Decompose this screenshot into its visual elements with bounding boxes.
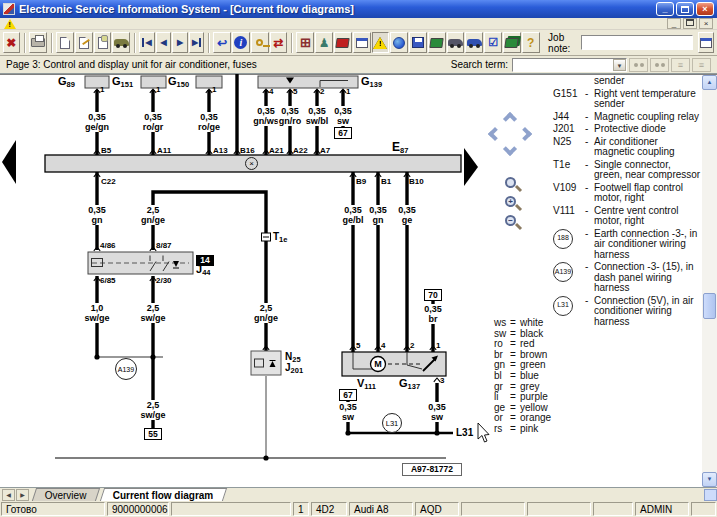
- minimize-button[interactable]: _: [656, 2, 674, 16]
- toolbar-separator: [208, 33, 210, 53]
- wire-label: 0,35 br: [423, 304, 443, 324]
- component-label-g139: G139: [361, 75, 382, 89]
- vehicle-button[interactable]: [112, 32, 130, 53]
- globe-button[interactable]: [390, 32, 408, 53]
- first-page-button[interactable]: ◀: [139, 32, 155, 53]
- legend-dash: -: [585, 137, 594, 148]
- terminal-67-box-bottom: 67: [339, 389, 357, 401]
- legend-dash: -: [585, 229, 594, 240]
- pin-label: 6/85: [100, 276, 116, 285]
- back-button[interactable]: ↩: [213, 32, 231, 53]
- search-dropdown-button[interactable]: ▼: [613, 59, 626, 71]
- pin-label: B5: [101, 146, 111, 155]
- search-label: Search term:: [451, 59, 508, 70]
- pin-label: 2: [320, 87, 324, 96]
- print-button[interactable]: [29, 32, 47, 53]
- tabbar-corner-icon: [704, 489, 717, 501]
- legend-code: T1e: [553, 160, 585, 171]
- parts-grid-button[interactable]: ⊞: [296, 32, 314, 53]
- pin-label: A13: [213, 146, 228, 155]
- legend-dash: -: [585, 124, 594, 135]
- last-page-button[interactable]: ▶: [189, 32, 205, 53]
- pin-label: 4: [381, 341, 385, 350]
- tab-current-flow-diagram[interactable]: Current flow diagram: [100, 488, 227, 501]
- info-button[interactable]: i: [232, 32, 250, 53]
- wire-label: 0,35 sw: [427, 402, 447, 422]
- title-bar: Electronic Service Information System - …: [0, 0, 717, 18]
- status-count: 1: [293, 502, 309, 516]
- legend-item: J201 - Protective diode: [553, 124, 701, 135]
- help-button[interactable]: ?: [522, 32, 540, 53]
- edit-document-button[interactable]: [75, 32, 93, 53]
- legend-description: sender: [594, 76, 701, 87]
- pin-label: B9: [356, 177, 366, 186]
- pin-label: B16: [240, 146, 255, 155]
- zoom-select-button[interactable]: [505, 177, 516, 188]
- mdi-close-button[interactable]: ×: [699, 18, 713, 29]
- tab-scroll-left-button[interactable]: ◀: [2, 489, 15, 501]
- current-flow-diagrams-button[interactable]: !: [372, 32, 390, 53]
- job-note-properties-button[interactable]: [698, 32, 715, 53]
- goto-result-next-button[interactable]: ≡: [671, 58, 690, 72]
- tab-scroll-right-button[interactable]: ▶: [16, 489, 29, 501]
- job-note-input[interactable]: [581, 35, 693, 50]
- mouse-cursor: [478, 423, 489, 442]
- service-book-button[interactable]: [428, 32, 446, 53]
- previous-page-button[interactable]: ◀: [156, 32, 172, 53]
- key-button[interactable]: [251, 32, 269, 53]
- exit-button[interactable]: ✖: [3, 32, 21, 53]
- wire-label: 0,35 ro/ge: [197, 112, 221, 132]
- swap-button[interactable]: ⇄: [270, 32, 288, 53]
- attach-document-button[interactable]: [94, 32, 112, 53]
- exit-icon: ✖: [6, 36, 16, 50]
- zoom-out-button[interactable]: −: [505, 215, 516, 226]
- zoom-in-button[interactable]: +: [505, 196, 516, 207]
- restore-icon: [681, 6, 689, 13]
- status-vehicle: Audi A8: [349, 502, 413, 516]
- search-input[interactable]: [513, 59, 613, 71]
- wire-label: 2,5 sw/ge: [139, 400, 166, 420]
- mdi-restore-button[interactable]: [683, 18, 697, 29]
- mdi-minimize-button[interactable]: _: [667, 18, 681, 29]
- job-note-group: Job note:: [548, 32, 715, 54]
- library-button[interactable]: [503, 32, 521, 53]
- color-key-row: bl = blue: [494, 371, 551, 382]
- save-button[interactable]: [409, 32, 427, 53]
- pin-label: C22: [101, 177, 116, 186]
- vehicle-data-button[interactable]: [447, 32, 465, 53]
- l31-connection-circle: L31: [382, 413, 402, 433]
- continue-left-arrow[interactable]: [2, 140, 16, 184]
- k-symbol-circle: ×: [245, 157, 258, 170]
- goto-result-previous-button[interactable]: ≡: [692, 58, 711, 72]
- sheet-tab-bar: ◀ ▶ Overview Current flow diagram: [0, 487, 717, 501]
- checklist-button[interactable]: ☑: [484, 32, 502, 53]
- scrollbar-thumb[interactable]: [703, 293, 716, 319]
- menu-warning-icon: !: [4, 19, 16, 29]
- find-previous-button[interactable]: [650, 58, 669, 72]
- new-document-button[interactable]: [56, 32, 74, 53]
- pin-label: 5: [356, 341, 360, 350]
- scroll-down-button[interactable]: ▼: [702, 472, 717, 487]
- pin-label: 1: [436, 341, 440, 350]
- repair-manual-button[interactable]: [334, 32, 352, 53]
- tab-overview[interactable]: Overview: [32, 488, 100, 501]
- legend-item: N25 - Air conditioner magnetic coupling: [553, 137, 701, 158]
- close-button[interactable]: ×: [696, 2, 714, 16]
- next-page-button[interactable]: ▶: [172, 32, 188, 53]
- menu-bar: ! _ ×: [0, 18, 717, 30]
- find-next-button[interactable]: [629, 58, 648, 72]
- search-combobox: ▼: [512, 58, 627, 72]
- pin-label: 1: [100, 85, 104, 94]
- legend-scrollbar[interactable]: ▲ ▼: [702, 75, 717, 487]
- documents-button[interactable]: [353, 32, 371, 53]
- continue-right-arrow[interactable]: [464, 148, 478, 186]
- window-title: Electronic Service Information System - …: [19, 3, 654, 15]
- scroll-up-button[interactable]: ▲: [702, 75, 717, 90]
- toolbar-separator: [51, 33, 53, 53]
- restore-button[interactable]: [676, 2, 694, 16]
- a139-connection-circle: A139: [115, 358, 137, 380]
- road-test-button[interactable]: [465, 32, 483, 53]
- status-engine-code: AQD: [415, 502, 459, 516]
- customer-button[interactable]: ♟: [315, 32, 333, 53]
- legend-code: V111: [553, 206, 585, 217]
